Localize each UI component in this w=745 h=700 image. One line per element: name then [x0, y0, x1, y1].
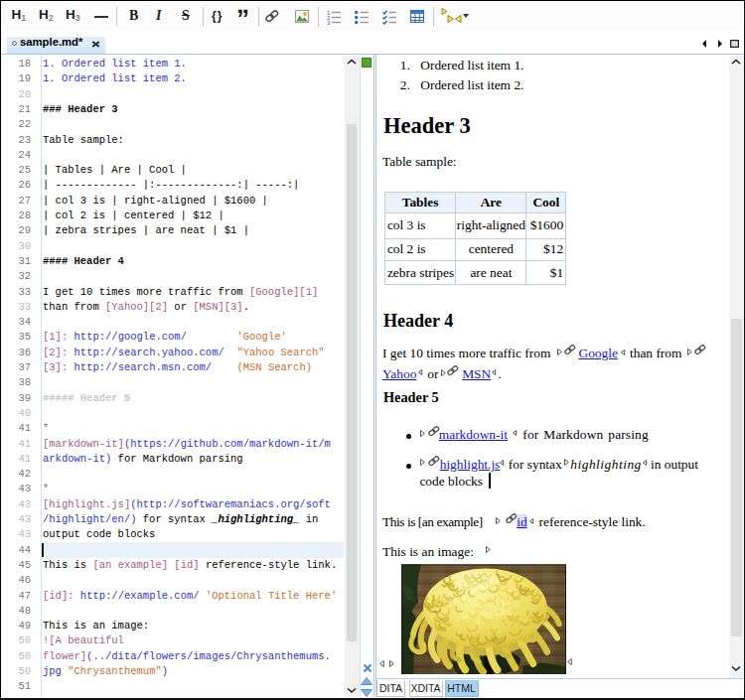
svg-text:3: 3 [327, 20, 331, 25]
